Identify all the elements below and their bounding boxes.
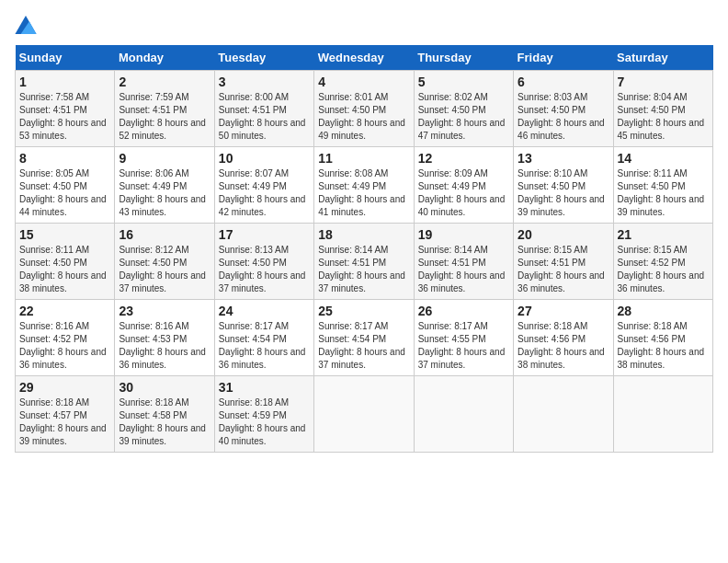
- calendar-cell: 19Sunrise: 8:14 AMSunset: 4:51 PMDayligh…: [414, 224, 513, 300]
- day-info: Sunrise: 8:18 AMSunset: 4:56 PMDaylight:…: [618, 320, 709, 372]
- calendar-cell: 6Sunrise: 8:03 AMSunset: 4:50 PMDaylight…: [514, 71, 613, 147]
- day-number: 4: [318, 75, 409, 89]
- day-info: Sunrise: 8:02 AMSunset: 4:50 PMDaylight:…: [418, 91, 509, 143]
- day-info: Sunrise: 8:12 AMSunset: 4:50 PMDaylight:…: [119, 244, 210, 295]
- day-number: 15: [19, 227, 110, 242]
- day-number: 30: [119, 380, 210, 395]
- calendar-cell: [414, 376, 513, 453]
- day-info: Sunrise: 8:14 AMSunset: 4:51 PMDaylight:…: [418, 244, 509, 295]
- day-number: 21: [618, 227, 709, 242]
- logo: [15, 15, 40, 34]
- calendar-cell: 15Sunrise: 8:11 AMSunset: 4:50 PMDayligh…: [16, 224, 115, 300]
- calendar-cell: 14Sunrise: 8:11 AMSunset: 4:50 PMDayligh…: [613, 147, 712, 224]
- calendar-table: SundayMondayTuesdayWednesdayThursdayFrid…: [15, 45, 713, 453]
- calendar-cell: 12Sunrise: 8:09 AMSunset: 4:49 PMDayligh…: [414, 147, 513, 224]
- header: [15, 15, 713, 34]
- day-number: 5: [418, 75, 509, 89]
- col-header-tuesday: Tuesday: [214, 45, 313, 71]
- day-info: Sunrise: 8:16 AMSunset: 4:53 PMDaylight:…: [119, 320, 210, 372]
- col-header-friday: Friday: [514, 45, 613, 71]
- day-number: 3: [219, 75, 310, 89]
- calendar-cell: 28Sunrise: 8:18 AMSunset: 4:56 PMDayligh…: [613, 300, 712, 376]
- week-row-4: 22Sunrise: 8:16 AMSunset: 4:52 PMDayligh…: [16, 300, 713, 376]
- day-info: Sunrise: 8:13 AMSunset: 4:50 PMDaylight:…: [219, 244, 310, 295]
- day-info: Sunrise: 8:17 AMSunset: 4:54 PMDaylight:…: [219, 320, 310, 372]
- calendar-cell: 23Sunrise: 8:16 AMSunset: 4:53 PMDayligh…: [115, 300, 214, 376]
- calendar-cell: 18Sunrise: 8:14 AMSunset: 4:51 PMDayligh…: [314, 224, 414, 300]
- day-info: Sunrise: 8:18 AMSunset: 4:57 PMDaylight:…: [19, 396, 110, 448]
- day-info: Sunrise: 8:15 AMSunset: 4:52 PMDaylight:…: [618, 244, 709, 295]
- header-row: SundayMondayTuesdayWednesdayThursdayFrid…: [16, 45, 713, 71]
- day-info: Sunrise: 8:01 AMSunset: 4:50 PMDaylight:…: [318, 91, 409, 143]
- col-header-saturday: Saturday: [613, 45, 712, 71]
- calendar-cell: 11Sunrise: 8:08 AMSunset: 4:49 PMDayligh…: [314, 147, 414, 224]
- day-number: 7: [618, 75, 709, 89]
- day-info: Sunrise: 8:10 AMSunset: 4:50 PMDaylight:…: [518, 167, 609, 219]
- day-info: Sunrise: 8:18 AMSunset: 4:56 PMDaylight:…: [518, 320, 609, 372]
- day-info: Sunrise: 8:16 AMSunset: 4:52 PMDaylight:…: [19, 320, 110, 372]
- col-header-thursday: Thursday: [414, 45, 513, 71]
- day-info: Sunrise: 8:17 AMSunset: 4:55 PMDaylight:…: [418, 320, 509, 372]
- calendar-cell: 21Sunrise: 8:15 AMSunset: 4:52 PMDayligh…: [613, 224, 712, 300]
- day-number: 2: [119, 75, 210, 89]
- day-info: Sunrise: 8:06 AMSunset: 4:49 PMDaylight:…: [119, 167, 210, 219]
- calendar-cell: 3Sunrise: 8:00 AMSunset: 4:51 PMDaylight…: [214, 71, 313, 147]
- day-number: 27: [518, 304, 609, 318]
- day-number: 18: [318, 227, 409, 242]
- day-number: 16: [119, 227, 210, 242]
- calendar-cell: 5Sunrise: 8:02 AMSunset: 4:50 PMDaylight…: [414, 71, 513, 147]
- day-number: 25: [318, 304, 409, 318]
- calendar-cell: 24Sunrise: 8:17 AMSunset: 4:54 PMDayligh…: [214, 300, 313, 376]
- day-info: Sunrise: 8:15 AMSunset: 4:51 PMDaylight:…: [518, 244, 609, 295]
- col-header-wednesday: Wednesday: [314, 45, 414, 71]
- col-header-monday: Monday: [115, 45, 214, 71]
- calendar-cell: 31Sunrise: 8:18 AMSunset: 4:59 PMDayligh…: [214, 376, 313, 453]
- calendar-cell: 30Sunrise: 8:18 AMSunset: 4:58 PMDayligh…: [115, 376, 214, 453]
- logo-icon: [15, 16, 37, 34]
- day-info: Sunrise: 7:59 AMSunset: 4:51 PMDaylight:…: [119, 91, 210, 143]
- day-number: 29: [19, 380, 110, 395]
- day-info: Sunrise: 8:07 AMSunset: 4:49 PMDaylight:…: [219, 167, 310, 219]
- day-info: Sunrise: 8:04 AMSunset: 4:50 PMDaylight:…: [618, 91, 709, 143]
- calendar-cell: 17Sunrise: 8:13 AMSunset: 4:50 PMDayligh…: [214, 224, 313, 300]
- calendar-cell: 20Sunrise: 8:15 AMSunset: 4:51 PMDayligh…: [514, 224, 613, 300]
- day-number: 20: [518, 227, 609, 242]
- day-number: 24: [219, 304, 310, 318]
- day-info: Sunrise: 8:11 AMSunset: 4:50 PMDaylight:…: [618, 167, 709, 219]
- day-info: Sunrise: 8:00 AMSunset: 4:51 PMDaylight:…: [219, 91, 310, 143]
- calendar-cell: 13Sunrise: 8:10 AMSunset: 4:50 PMDayligh…: [514, 147, 613, 224]
- calendar-cell: 7Sunrise: 8:04 AMSunset: 4:50 PMDaylight…: [613, 71, 712, 147]
- day-number: 8: [19, 151, 110, 166]
- week-row-5: 29Sunrise: 8:18 AMSunset: 4:57 PMDayligh…: [16, 376, 713, 453]
- calendar-cell: 27Sunrise: 8:18 AMSunset: 4:56 PMDayligh…: [514, 300, 613, 376]
- calendar-cell: 22Sunrise: 8:16 AMSunset: 4:52 PMDayligh…: [16, 300, 115, 376]
- calendar-cell: 8Sunrise: 8:05 AMSunset: 4:50 PMDaylight…: [16, 147, 115, 224]
- calendar-cell: [514, 376, 613, 453]
- day-number: 14: [618, 151, 709, 166]
- calendar-cell: 9Sunrise: 8:06 AMSunset: 4:49 PMDaylight…: [115, 147, 214, 224]
- day-number: 26: [418, 304, 509, 318]
- day-number: 28: [618, 304, 709, 318]
- day-info: Sunrise: 7:58 AMSunset: 4:51 PMDaylight:…: [19, 91, 110, 143]
- calendar-cell: [314, 376, 414, 453]
- calendar-cell: 26Sunrise: 8:17 AMSunset: 4:55 PMDayligh…: [414, 300, 513, 376]
- calendar-cell: 29Sunrise: 8:18 AMSunset: 4:57 PMDayligh…: [16, 376, 115, 453]
- calendar-cell: [613, 376, 712, 453]
- day-number: 22: [19, 304, 110, 318]
- calendar-cell: 2Sunrise: 7:59 AMSunset: 4:51 PMDaylight…: [115, 71, 214, 147]
- day-number: 17: [219, 227, 310, 242]
- day-number: 10: [219, 151, 310, 166]
- day-info: Sunrise: 8:11 AMSunset: 4:50 PMDaylight:…: [19, 244, 110, 295]
- calendar-cell: 4Sunrise: 8:01 AMSunset: 4:50 PMDaylight…: [314, 71, 414, 147]
- day-info: Sunrise: 8:09 AMSunset: 4:49 PMDaylight:…: [418, 167, 509, 219]
- day-info: Sunrise: 8:03 AMSunset: 4:50 PMDaylight:…: [518, 91, 609, 143]
- day-info: Sunrise: 8:14 AMSunset: 4:51 PMDaylight:…: [318, 244, 409, 295]
- day-number: 19: [418, 227, 509, 242]
- day-info: Sunrise: 8:18 AMSunset: 4:59 PMDaylight:…: [219, 396, 310, 448]
- day-number: 11: [318, 151, 409, 166]
- day-info: Sunrise: 8:08 AMSunset: 4:49 PMDaylight:…: [318, 167, 409, 219]
- day-info: Sunrise: 8:17 AMSunset: 4:54 PMDaylight:…: [318, 320, 409, 372]
- day-number: 13: [518, 151, 609, 166]
- day-number: 12: [418, 151, 509, 166]
- day-info: Sunrise: 8:18 AMSunset: 4:58 PMDaylight:…: [119, 396, 210, 448]
